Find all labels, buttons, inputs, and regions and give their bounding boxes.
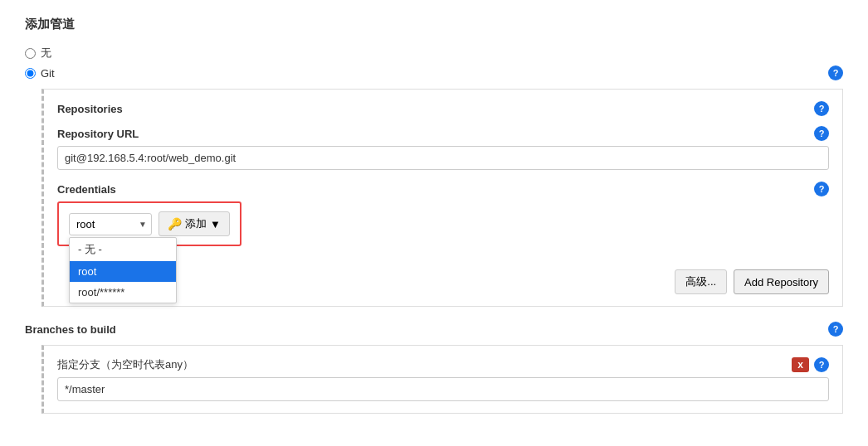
radio-row-git: Git ? — [25, 65, 843, 80]
credentials-label-row: Credentials ? — [57, 182, 829, 196]
branch-field-help-icon[interactable]: ? — [814, 357, 829, 372]
git-help-icon[interactable]: ? — [828, 65, 843, 80]
add-credentials-button[interactable]: 🔑 添加 ▼ — [158, 211, 230, 236]
section-title: 添加管道 — [25, 17, 843, 32]
dropdown-item-none[interactable]: - 无 - — [70, 238, 176, 261]
branches-section: Branches to build ? 指定分支（为空时代表any） x ? — [25, 322, 843, 414]
key-icon: 🔑 — [168, 217, 182, 230]
add-repository-button[interactable]: Add Repository — [734, 269, 829, 294]
repositories-section: Repositories ? Repository URL ? Credenti… — [41, 89, 843, 307]
branches-inner: 指定分支（为空时代表any） x ? — [41, 345, 843, 414]
credentials-select[interactable]: - 无 - root root/****** — [69, 213, 152, 235]
credentials-box: - 无 - root root/****** ▼ - 无 - root root… — [57, 201, 241, 246]
credentials-label: Credentials — [57, 183, 116, 196]
add-button-label: 添加 — [185, 216, 207, 231]
radio-git-label: Git — [41, 67, 55, 80]
repository-url-input[interactable] — [57, 146, 829, 170]
dropdown-item-root-masked[interactable]: root/****** — [70, 282, 176, 303]
credentials-dropdown: - 无 - root root/****** — [69, 237, 177, 303]
add-dropdown-arrow: ▼ — [210, 218, 221, 230]
branches-label: Branches to build — [25, 323, 116, 336]
delete-branch-button[interactable]: x — [792, 357, 809, 372]
repository-url-label-row: Repository URL ? — [57, 126, 829, 141]
dropdown-item-root[interactable]: root — [70, 261, 176, 282]
repository-url-help-icon[interactable]: ? — [814, 126, 829, 141]
repositories-label: Repositories — [57, 103, 123, 115]
repository-url-group: Repository URL ? — [57, 126, 829, 170]
radio-git[interactable] — [25, 68, 36, 79]
radio-group: 无 Git ? — [25, 46, 843, 80]
repository-url-label: Repository URL — [57, 128, 139, 140]
page-wrapper: 添加管道 无 Git ? Repositories ? Repository U… — [0, 0, 868, 446]
repositories-help-icon[interactable]: ? — [814, 101, 829, 116]
credentials-group: Credentials ? - 无 - root root/****** ▼ — [57, 182, 829, 258]
repositories-section-header: Repositories ? — [57, 101, 829, 116]
branch-field-actions: x ? — [792, 357, 829, 372]
radio-none[interactable] — [25, 48, 36, 59]
branches-help-icon[interactable]: ? — [828, 322, 843, 337]
credentials-inline: - 无 - root root/****** ▼ - 无 - root root… — [69, 211, 230, 236]
branch-field-label-row: 指定分支（为空时代表any） x ? — [57, 357, 829, 372]
branch-input[interactable] — [57, 377, 829, 401]
branch-field-label: 指定分支（为空时代表any） — [57, 357, 193, 372]
radio-row-none: 无 — [25, 46, 843, 61]
credentials-select-wrapper: - 无 - root root/****** ▼ - 无 - root root… — [69, 213, 152, 235]
branches-header: Branches to build ? — [25, 322, 843, 337]
radio-none-label: 无 — [41, 46, 51, 61]
credentials-help-icon[interactable]: ? — [814, 182, 829, 196]
advanced-button[interactable]: 高级... — [675, 269, 727, 294]
